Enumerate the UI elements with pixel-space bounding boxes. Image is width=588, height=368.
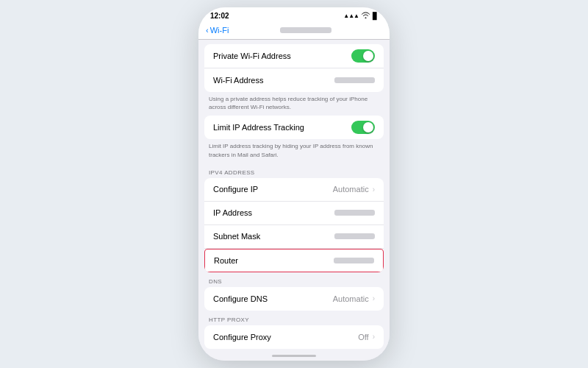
section-limit-tracking: Limit IP Address Tracking Limit IP addre… (198, 116, 390, 163)
row-limit-tracking[interactable]: Limit IP Address Tracking (204, 116, 384, 139)
wifi-description: Using a private address helps reduce tra… (198, 92, 390, 116)
section-private-wifi: Private Wi-Fi Address Wi-Fi Address Usin… (198, 44, 390, 116)
section-http-proxy: HTTP PROXY Configure Proxy Off › (198, 311, 390, 349)
ip-address-blurred (334, 210, 375, 216)
row-configure-proxy[interactable]: Configure Proxy Off › (204, 325, 384, 349)
card-limit-tracking: Limit IP Address Tracking (204, 116, 384, 139)
private-wifi-label: Private Wi-Fi Address (213, 52, 351, 60)
dns-section-label: DNS (198, 272, 390, 287)
row-configure-ip[interactable]: Configure IP Automatic › (204, 178, 384, 202)
limit-tracking-description: Limit IP address tracking by hiding your… (198, 139, 390, 163)
battery-icon: ▊ (373, 13, 378, 20)
settings-content: Private Wi-Fi Address Wi-Fi Address Usin… (198, 40, 390, 350)
configure-proxy-label: Configure Proxy (213, 333, 358, 342)
card-http-proxy: Configure Proxy Off › (204, 325, 384, 349)
home-indicator (198, 350, 390, 361)
row-ip-address: IP Address (204, 202, 384, 225)
private-wifi-toggle[interactable] (351, 49, 375, 63)
card-wifi-settings: Private Wi-Fi Address Wi-Fi Address (204, 44, 384, 92)
http-proxy-section-label: HTTP PROXY (198, 311, 390, 325)
router-blurred (334, 258, 374, 263)
router-label: Router (214, 256, 334, 265)
ip-address-value (334, 210, 375, 216)
wifi-address-blurred (334, 77, 375, 83)
section-dns: DNS Configure DNS Automatic › (198, 272, 390, 311)
configure-proxy-value: Off › (358, 333, 375, 342)
subnet-mask-label: Subnet Mask (213, 232, 334, 241)
nav-bar: ‹ Wi-Fi (198, 23, 390, 40)
nav-network-name (229, 26, 382, 35)
card-dns: Configure DNS Automatic › (204, 287, 384, 311)
phone-frame: 12:02 ▲▲▲ ▊ ‹ Wi-Fi (198, 7, 390, 361)
configure-dns-value: Automatic › (333, 294, 375, 303)
section-ipv4: IPV4 ADDRESS Configure IP Automatic › IP… (198, 163, 390, 272)
wifi-icon (362, 12, 370, 20)
row-router[interactable]: Router (204, 249, 384, 272)
status-bar: 12:02 ▲▲▲ ▊ (198, 7, 390, 23)
configure-ip-chevron: › (373, 185, 375, 194)
status-icons: ▲▲▲ ▊ (343, 12, 378, 20)
back-chevron-icon: ‹ (206, 26, 209, 35)
ipv4-section-label: IPV4 ADDRESS (198, 163, 390, 178)
row-configure-dns[interactable]: Configure DNS Automatic › (204, 287, 384, 311)
back-button[interactable]: ‹ Wi-Fi (206, 26, 229, 35)
home-bar (272, 355, 316, 357)
subnet-mask-blurred (334, 233, 375, 239)
signal-icon: ▲▲▲ (343, 13, 359, 19)
card-ipv4: Configure IP Automatic › IP Address Subn… (204, 178, 384, 272)
router-value (334, 258, 374, 263)
limit-tracking-toggle[interactable] (351, 121, 375, 134)
configure-ip-label: Configure IP (213, 185, 333, 194)
configure-dns-label: Configure DNS (213, 294, 333, 303)
back-label: Wi-Fi (210, 26, 229, 35)
row-wifi-address: Wi-Fi Address (204, 68, 384, 92)
wifi-address-value (334, 77, 375, 83)
wifi-address-label: Wi-Fi Address (213, 76, 334, 85)
row-private-wifi[interactable]: Private Wi-Fi Address (204, 44, 384, 68)
limit-tracking-label: Limit IP Address Tracking (213, 123, 351, 132)
configure-ip-value: Automatic › (333, 185, 375, 194)
ip-address-label: IP Address (213, 208, 334, 217)
subnet-mask-value (334, 233, 375, 239)
status-time: 12:02 (210, 12, 229, 20)
configure-dns-chevron: › (373, 294, 375, 302)
row-subnet-mask: Subnet Mask (204, 225, 384, 249)
configure-proxy-chevron: › (373, 333, 375, 341)
